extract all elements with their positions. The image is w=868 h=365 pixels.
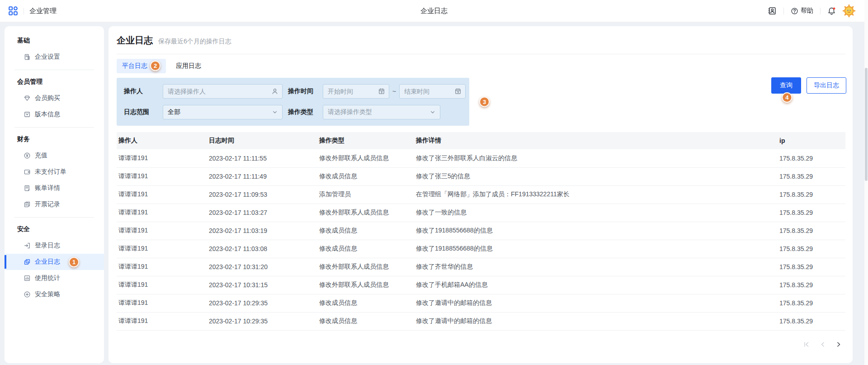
table-row: 谭谭谭191 2023-02-17 11:09:53 添加管理员 在管理组「网络… xyxy=(117,185,845,204)
tab-label: 平台日志 xyxy=(122,62,147,70)
cell-operation-detail: 在管理组「网络部」添加了成员：FF19133322211家长 xyxy=(414,185,778,204)
sidebar-item-企业设置[interactable]: 企业设置 xyxy=(5,49,104,65)
sidebar-item-label: 会员购买 xyxy=(35,94,60,102)
sidebar-item-label: 未支付订单 xyxy=(35,168,66,176)
sidebar-item-企业日志[interactable]: 企业日志 1 xyxy=(5,254,104,270)
sidebar-item-账单详情[interactable]: 账单详情 xyxy=(5,180,104,196)
cell-ip: 175.8.35.29 xyxy=(778,294,845,312)
end-time-picker[interactable] xyxy=(399,84,466,99)
operator-input[interactable] xyxy=(163,85,282,98)
operator-select[interactable] xyxy=(163,84,283,99)
step-badge-2: 2 xyxy=(150,61,160,71)
sidebar-item-登录日志[interactable]: 登录日志 xyxy=(5,237,104,254)
next-page-icon xyxy=(835,341,842,348)
sidebar-item-label: 安全策略 xyxy=(35,290,60,299)
help-label: 帮助 xyxy=(801,7,813,15)
sidebar-section: 会员管理 会员购买 版本信息 xyxy=(5,75,104,123)
cell-ip: 175.8.35.29 xyxy=(778,167,845,185)
cell-log-time: 2023-02-17 10:29:35 xyxy=(207,294,317,312)
sidebar-section: 财务 充值 未支付订单 账单详情 开票记录 xyxy=(5,132,104,213)
cell-operator: 谭谭谭191 xyxy=(117,222,207,240)
time-label: 操作时间 xyxy=(288,87,323,95)
cell-operator: 谭谭谭191 xyxy=(117,167,207,185)
cell-operation-type: 添加管理员 xyxy=(317,185,414,204)
sidebar-item-版本信息[interactable]: 版本信息 xyxy=(5,106,104,123)
bill-doc-icon xyxy=(24,185,31,192)
scope-value: 全部 xyxy=(168,108,180,116)
column-header-操作类型: 操作类型 xyxy=(317,132,414,149)
topbar-divider xyxy=(24,8,24,14)
next-page-button[interactable] xyxy=(833,339,844,351)
step-badge-1: 1 xyxy=(69,257,79,267)
sidebar-item-label: 使用统计 xyxy=(35,274,60,282)
cell-operation-detail: 修改了张三外部联系人白淑云的信息 xyxy=(414,149,778,167)
cell-ip: 175.8.35.29 xyxy=(778,276,845,294)
topbar-divider xyxy=(820,8,821,14)
tab-应用日志[interactable]: 应用日志 xyxy=(170,59,207,73)
sidebar-item-label: 版本信息 xyxy=(35,110,60,119)
table-row: 谭谭谭191 2023-02-17 11:11:55 修改外部联系人成员信息 修… xyxy=(117,149,845,167)
end-time-input[interactable] xyxy=(400,85,465,98)
sidebar-item-label: 账单详情 xyxy=(35,184,60,192)
sidebar-divider xyxy=(14,127,94,128)
start-time-input[interactable] xyxy=(323,85,389,98)
cell-operator: 谭谭谭191 xyxy=(117,276,207,294)
sidebar-item-充值[interactable]: 充值 xyxy=(5,147,104,164)
copy-squares-icon xyxy=(24,258,31,265)
cell-operation-type: 修改外部联系人成员信息 xyxy=(317,149,414,167)
sidebar-item-安全策略[interactable]: 安全策略 xyxy=(5,286,104,303)
sidebar-item-使用统计[interactable]: 使用统计 xyxy=(5,270,104,286)
cell-operator: 谭谭谭191 xyxy=(117,240,207,258)
table-row: 谭谭谭191 2023-02-17 10:31:20 修改外部联系人成员信息 修… xyxy=(117,258,845,276)
scrollbar-thumb[interactable] xyxy=(865,68,868,181)
query-button-label: 查询 xyxy=(780,81,793,90)
sidebar-item-label: 充值 xyxy=(35,152,47,160)
login-arrow-icon xyxy=(24,242,31,249)
first-page-button[interactable] xyxy=(800,339,812,351)
cell-log-time: 2023-02-17 11:03:27 xyxy=(207,204,317,222)
export-log-button[interactable]: 导出日志 xyxy=(807,77,846,94)
query-button[interactable]: 查询 4 xyxy=(771,77,801,94)
operator-label: 操作人 xyxy=(124,87,163,95)
sidebar-item-会员购买[interactable]: 会员购买 xyxy=(5,90,104,106)
cell-operation-type: 修改成员信息 xyxy=(317,294,414,312)
sidebar-divider xyxy=(14,217,94,218)
cell-ip: 175.8.35.29 xyxy=(778,204,845,222)
tab-label: 应用日志 xyxy=(176,62,201,70)
sidebar-item-开票记录[interactable]: 开票记录 xyxy=(5,196,104,213)
window-scrollbar xyxy=(864,0,868,365)
sidebar-section-title: 安全 xyxy=(5,222,104,237)
type-select[interactable]: 请选择操作类型 xyxy=(323,105,440,119)
start-time-picker[interactable] xyxy=(323,84,389,99)
cell-operator: 谭谭谭191 xyxy=(117,204,207,222)
column-header-操作人: 操作人 xyxy=(117,132,207,149)
wallet-card-icon xyxy=(24,168,31,175)
first-page-icon xyxy=(803,341,810,348)
cell-operation-detail: 修改了邀请中的邮箱的信息 xyxy=(414,312,778,330)
cell-operation-detail: 修改了19188556688的信息 xyxy=(414,222,778,240)
cell-log-time: 2023-02-17 11:11:49 xyxy=(207,167,317,185)
sidebar-divider xyxy=(14,70,94,70)
help-button[interactable]: 帮助 xyxy=(791,7,813,15)
sidebar-section: 安全 登录日志 企业日志 1 使用统计 安全策略 xyxy=(5,222,104,303)
user-avatar[interactable] xyxy=(843,5,855,17)
table-row: 谭谭谭191 2023-02-17 10:29:35 修改成员信息 修改了邀请中… xyxy=(117,312,845,330)
table-row: 谭谭谭191 2023-02-17 10:31:15 修改外部联系人成员信息 修… xyxy=(117,276,845,294)
chevron-down-icon xyxy=(271,109,278,116)
bell-icon[interactable] xyxy=(827,7,836,15)
sidebar-item-未支付订单[interactable]: 未支付订单 xyxy=(5,164,104,180)
app-grid-icon[interactable] xyxy=(8,6,18,16)
cell-log-time: 2023-02-17 10:29:35 xyxy=(207,312,317,330)
cell-operation-type: 修改成员信息 xyxy=(317,222,414,240)
scope-select[interactable]: 全部 xyxy=(163,105,283,119)
cell-operator: 谭谭谭191 xyxy=(117,312,207,330)
contact-card-icon[interactable] xyxy=(768,6,777,15)
topbar: 企业管理 企业日志 帮助 xyxy=(0,0,868,22)
type-placeholder: 请选择操作类型 xyxy=(328,108,372,116)
topbar-page-title: 企业日志 xyxy=(420,7,448,15)
tab-平台日志[interactable]: 平台日志 2 xyxy=(117,59,166,73)
table-row: 谭谭谭191 2023-02-17 11:03:19 修改成员信息 修改了191… xyxy=(117,222,845,240)
prev-page-button[interactable] xyxy=(816,339,828,351)
step-badge-4: 4 xyxy=(782,92,792,103)
cell-ip: 175.8.35.29 xyxy=(778,312,845,330)
